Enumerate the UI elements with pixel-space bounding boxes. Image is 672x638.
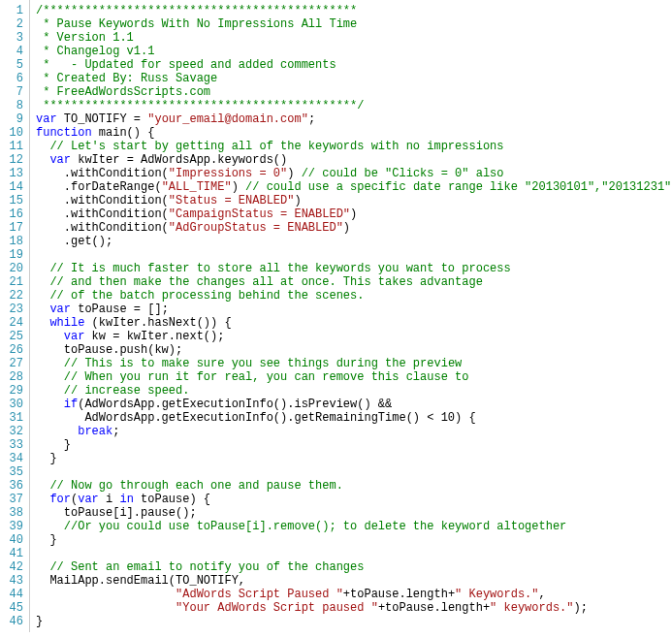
code-line: MailApp.sendEmail(TO_NOTIFY, xyxy=(36,574,672,588)
code-line: * Changelog v1.1 xyxy=(36,45,672,58)
code-line: var toPause = []; xyxy=(36,303,672,316)
line-number: 22 xyxy=(0,289,23,303)
code-token-pln xyxy=(36,384,64,398)
code-line: var kw = kwIter.next(); xyxy=(36,330,672,343)
line-number: 44 xyxy=(0,588,23,601)
line-number: 43 xyxy=(0,574,23,588)
code-token-kw: var xyxy=(49,153,71,167)
line-number: 18 xyxy=(0,235,23,248)
code-token-pln: ) xyxy=(350,207,357,221)
code-token-str: "Your AdWords Script paused " xyxy=(176,601,378,615)
line-number: 7 xyxy=(0,85,23,99)
code-token-str: " Keywords." xyxy=(455,588,538,601)
code-line: .withCondition("Status = ENABLED") xyxy=(36,194,672,207)
code-token-cmt: * Created By: Russ Savage xyxy=(36,72,217,85)
line-number: 12 xyxy=(0,153,23,167)
code-token-kw: var xyxy=(49,303,71,316)
line-number: 45 xyxy=(0,601,23,615)
code-line: * Version 1.1 xyxy=(36,31,672,45)
code-token-pln: kwIter = AdWordsApp.keywords() xyxy=(71,153,287,167)
code-token-cmt: // Now go through each one and pause the… xyxy=(49,479,342,493)
code-token-str: "AdWords Script Paused " xyxy=(176,588,343,601)
code-line: AdWordsApp.getExecutionInfo().getRemaini… xyxy=(36,411,672,425)
code-token-cmt: // This is to make sure you see things d… xyxy=(64,357,462,370)
line-number: 5 xyxy=(0,58,23,72)
line-number: 36 xyxy=(0,479,23,493)
code-token-pln: ; xyxy=(308,112,315,126)
code-token-cmt: * Pause Keywords With No Impressions All… xyxy=(36,17,357,31)
code-line: // Now go through each one and pause the… xyxy=(36,479,672,493)
line-number: 16 xyxy=(0,207,23,221)
line-number: 15 xyxy=(0,194,23,207)
code-token-pln xyxy=(36,330,64,343)
code-line: var TO_NOTIFY = "your_email@domain.com"; xyxy=(36,112,672,126)
code-token-pln xyxy=(36,303,49,316)
code-token-str: " keywords." xyxy=(490,601,573,615)
code-token-kw: while xyxy=(49,316,84,330)
code-token-pln xyxy=(36,275,49,289)
line-number: 13 xyxy=(0,167,23,180)
code-token-pln: .forDateRange( xyxy=(36,180,162,194)
code-line: /***************************************… xyxy=(36,4,672,17)
line-number: 30 xyxy=(0,398,23,411)
code-area: /***************************************… xyxy=(30,0,672,632)
code-line: .withCondition("Impressions = 0") // cou… xyxy=(36,167,672,180)
code-line: ****************************************… xyxy=(36,99,672,112)
code-token-pln: .withCondition( xyxy=(36,167,169,180)
line-number: 35 xyxy=(0,465,23,479)
code-token-pln: ) xyxy=(232,180,245,194)
code-token-pln: , xyxy=(539,588,546,601)
code-token-str: "ALL_TIME" xyxy=(162,180,232,194)
code-token-str: "AdGroupStatus = ENABLED" xyxy=(169,221,343,235)
code-line: // Sent an email to notify you of the ch… xyxy=(36,560,672,574)
line-number-gutter: 1234567891011121314151617181920212223242… xyxy=(0,0,30,632)
line-number: 42 xyxy=(0,560,23,574)
code-token-pln xyxy=(36,493,49,506)
line-number: 34 xyxy=(0,452,23,465)
code-token-pln xyxy=(36,370,64,384)
code-token-pln: } xyxy=(36,438,71,452)
code-token-pln xyxy=(36,520,64,533)
code-line: function main() { xyxy=(36,126,672,140)
code-line: // Let's start by getting all of the key… xyxy=(36,140,672,153)
code-line: * - Updated for speed and added comments xyxy=(36,58,672,72)
code-token-pln xyxy=(36,289,49,303)
code-token-pln xyxy=(36,140,49,153)
line-number: 4 xyxy=(0,45,23,58)
code-line: while (kwIter.hasNext()) { xyxy=(36,316,672,330)
code-token-pln: .withCondition( xyxy=(36,221,169,235)
line-number: 24 xyxy=(0,316,23,330)
code-token-pln xyxy=(36,153,49,167)
line-number: 23 xyxy=(0,303,23,316)
code-line: .withCondition("AdGroupStatus = ENABLED"… xyxy=(36,221,672,235)
code-token-cmt: // It is much faster to store all the ke… xyxy=(49,262,510,275)
code-line: "AdWords Script Paused "+toPause.length+… xyxy=(36,588,672,601)
code-line: * FreeAdWordsScripts.com xyxy=(36,85,672,99)
line-number: 26 xyxy=(0,343,23,357)
line-number: 40 xyxy=(0,533,23,547)
line-number: 27 xyxy=(0,357,23,370)
code-token-pln xyxy=(36,588,176,601)
code-token-kw: for xyxy=(49,493,71,506)
code-line: } xyxy=(36,452,672,465)
code-line: // increase speed. xyxy=(36,384,672,398)
code-token-kw: in xyxy=(119,493,133,506)
line-number: 31 xyxy=(0,411,23,425)
code-token-pln: (AdWordsApp.getExecutionInfo().isPreview… xyxy=(78,398,392,411)
code-line: // of the batch processing behind the sc… xyxy=(36,289,672,303)
code-line: // It is much faster to store all the ke… xyxy=(36,262,672,275)
code-token-pln: } xyxy=(36,615,43,628)
code-token-cmt: // of the batch processing behind the sc… xyxy=(49,289,364,303)
line-number: 3 xyxy=(0,31,23,45)
line-number: 20 xyxy=(0,262,23,275)
line-number: 25 xyxy=(0,330,23,343)
code-token-pln: +toPause.length+ xyxy=(343,588,455,601)
code-token-cmt: // Sent an email to notify you of the ch… xyxy=(49,560,364,574)
code-line: break; xyxy=(36,425,672,438)
code-token-cmt: // could use a specific date range like … xyxy=(245,180,671,194)
code-line xyxy=(36,465,672,479)
code-token-pln xyxy=(36,479,49,493)
code-token-pln xyxy=(36,425,78,438)
code-token-pln: kw = kwIter.next(); xyxy=(84,330,224,343)
code-token-pln xyxy=(36,560,49,574)
